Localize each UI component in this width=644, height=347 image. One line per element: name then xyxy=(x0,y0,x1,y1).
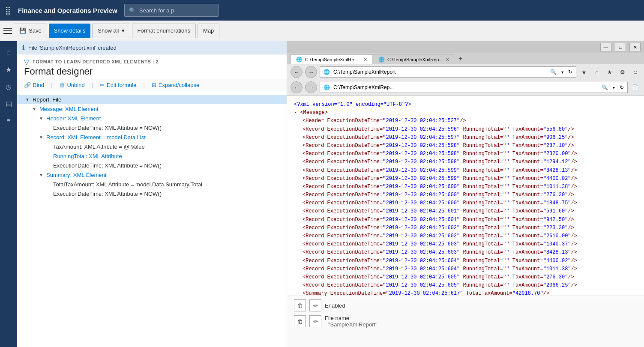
address-dropdown-icon-2[interactable]: ▾ xyxy=(613,85,615,90)
tree-node-report-file[interactable]: ▼ Report: File xyxy=(17,95,287,104)
info-icon: ℹ xyxy=(22,44,25,51)
browser-star-icon[interactable]: ★ xyxy=(579,67,589,77)
map-button[interactable]: Map xyxy=(198,24,219,38)
address-search-icon[interactable]: 🔍 xyxy=(550,69,557,75)
back-button-2[interactable]: ← xyxy=(291,81,303,93)
app-title: Finance and Operations Preview xyxy=(18,7,117,14)
unbind-button[interactable]: 🗑 Unbind xyxy=(59,82,84,88)
tab-2-close[interactable]: ✕ xyxy=(446,57,449,63)
tree-node-record[interactable]: ▼ Record: XML Element = model.Data.List xyxy=(17,132,287,142)
tab-2-title: C:\Temp\SampleXmlRep... xyxy=(387,57,443,62)
sidebar-history-icon[interactable]: ◷ xyxy=(1,79,16,94)
browser-tabs: 🌐 C:\Temp\SampleXmlReport ✕ 🌐 C:\Temp\Sa… xyxy=(287,53,644,64)
save-button[interactable]: 💾 Save xyxy=(14,24,47,38)
minimize-button[interactable]: — xyxy=(600,43,611,51)
filename-delete-button[interactable]: 🗑 xyxy=(294,315,306,327)
xml-record-14: <Record ExecutionDateTime="2019-12-30 02… xyxy=(294,232,637,240)
enabled-delete-button[interactable]: 🗑 xyxy=(294,299,306,311)
format-enumerations-button[interactable]: Format enumerations xyxy=(132,24,196,38)
browser-chrome: — □ ✕ 🌐 C:\Temp\SampleXmlReport ✕ 🌐 C:\T… xyxy=(287,41,644,96)
address-input-1[interactable]: 🌐 C:\Temp\SampleXmlReport 🔍 ▾ ↻ xyxy=(320,66,576,78)
search-icon: 🔍 xyxy=(129,7,136,14)
tree-node-label: Summary: XML Element xyxy=(46,172,106,178)
property-enabled-row: 🗑 ✏ Enabled xyxy=(294,299,637,311)
property-filename-row: 🗑 ✏ File name "SampleXmlReport" xyxy=(294,315,637,328)
right-panel: — □ ✕ 🌐 C:\Temp\SampleXmlReport ✕ 🌐 C:\T… xyxy=(287,41,644,347)
grid-icon[interactable]: ⣿ xyxy=(5,6,11,15)
new-tab-button[interactable]: + xyxy=(455,53,466,64)
xml-record-11: <Record ExecutionDateTime="2019-12-30 02… xyxy=(294,207,637,215)
browser-home-icon[interactable]: ⌂ xyxy=(592,67,602,77)
forward-button[interactable]: → xyxy=(305,66,317,78)
browser-tab-2[interactable]: 🌐 C:\Temp\SampleXmlRep... ✕ xyxy=(373,54,455,64)
ie-address-icon: 🌐 xyxy=(323,69,330,75)
ie-tab-icon: 🌐 xyxy=(296,57,303,63)
address-text-1: C:\Temp\SampleXmlReport xyxy=(333,69,547,75)
browser-favorites-icon[interactable]: ★ xyxy=(605,67,615,77)
browser-address-bar-1: ← → 🌐 C:\Temp\SampleXmlReport 🔍 ▾ ↻ ★ ⌂ … xyxy=(287,64,644,80)
tree-expand-spacer xyxy=(45,153,51,159)
tree-node-header[interactable]: ▼ Header: XML Element xyxy=(17,114,287,123)
edit-formula-button[interactable]: ✏ Edit formula xyxy=(100,82,136,88)
tree-node-label: Report: File xyxy=(33,96,61,103)
bottom-panel: 🗑 ✏ Enabled 🗑 ✏ File name "SampleXmlRepo… xyxy=(287,296,644,347)
tree-expand-spacer xyxy=(45,143,51,150)
xml-message-open: - <Message> xyxy=(294,109,637,117)
tree-node-execution-dt1[interactable]: ExecutionDateTime: XML Attribute = NOW() xyxy=(17,123,287,132)
browser-address-bar-2: ← → 🌐 C:\Temp\SampleXmlRep... 🔍 ▾ ↻ 📄 xyxy=(287,80,644,95)
expand-collapse-button[interactable]: ⊞ Expand/collapse xyxy=(152,82,199,88)
format-title: Format designer xyxy=(24,66,280,77)
xml-record-5: <Record ExecutionDateTime="2019-12-30 02… xyxy=(294,158,637,166)
tree-node-label: Record: XML Element = model.Data.List xyxy=(46,134,146,141)
filename-edit-button[interactable]: ✏ xyxy=(309,315,321,327)
refresh-icon[interactable]: ↻ xyxy=(568,69,572,75)
browser-settings-icon[interactable]: ⚙ xyxy=(617,67,628,77)
close-button[interactable]: ✕ xyxy=(629,43,641,51)
sidebar-list-icon[interactable]: ≡ xyxy=(1,113,16,129)
address-dropdown-icon[interactable]: ▾ xyxy=(561,70,563,75)
tree-node-taxamount[interactable]: TaxAmount: XML Attribute = @.Value xyxy=(17,142,287,151)
xml-content: <?xml version="1.0" encoding="UTF-8"?> -… xyxy=(287,96,644,296)
trash-icon: 🗑 xyxy=(59,82,65,88)
new-tab-star-icon[interactable]: 📄 xyxy=(630,82,641,93)
tree-node-totaltaxamount[interactable]: TotalTaxAmount: XML Attribute = model.Da… xyxy=(17,179,287,189)
tree-expand-icon: ▼ xyxy=(24,96,31,103)
xml-record-19: <Record ExecutionDateTime="2019-12-30 02… xyxy=(294,273,637,281)
search-box[interactable]: 🔍 Search for a p xyxy=(124,4,219,17)
sidebar-calendar-icon[interactable]: ▤ xyxy=(1,96,16,111)
maximize-button[interactable]: □ xyxy=(615,43,626,51)
sidebar-icons: ⌂ ★ ◷ ▤ ≡ xyxy=(0,41,17,347)
enabled-edit-button[interactable]: ✏ xyxy=(309,299,321,311)
address-input-2[interactable]: 🌐 C:\Temp\SampleXmlRep... 🔍 ▾ ↻ xyxy=(320,82,628,93)
filter-icon[interactable]: ▽ xyxy=(24,58,29,66)
sidebar-home-icon[interactable]: ⌂ xyxy=(1,45,16,60)
back-button[interactable]: ← xyxy=(291,66,303,78)
format-header: ▽ FORMAT TO LEARN DEFERRED XML ELEMENTS … xyxy=(17,54,287,79)
tree-node-runningtotal[interactable]: RunningTotal: XML Attribute xyxy=(17,151,287,161)
xml-record-20: <Record ExecutionDateTime="2019-12-30 02… xyxy=(294,281,637,290)
top-navigation: ⣿ Finance and Operations Preview 🔍 Searc… xyxy=(0,0,644,21)
bind-button[interactable]: 🔗 Bind xyxy=(24,82,44,88)
show-all-button[interactable]: Show all ▾ xyxy=(92,24,130,38)
tree-node-label: RunningTotal: XML Attribute xyxy=(53,153,122,159)
xml-record-9: <Record ExecutionDateTime="2019-12-30 02… xyxy=(294,191,637,199)
xml-record-18: <Record ExecutionDateTime="2019-12-30 02… xyxy=(294,265,637,273)
forward-button-2[interactable]: → xyxy=(305,81,317,93)
menu-hamburger-icon[interactable] xyxy=(3,28,12,34)
tree-node-execution-dt3[interactable]: ExecutionDateTime: XML Attribute = NOW() xyxy=(17,189,287,198)
tab-1-close[interactable]: ✕ xyxy=(363,57,367,63)
refresh-icon-2[interactable]: ↻ xyxy=(620,84,624,90)
show-details-button[interactable]: Show details xyxy=(49,24,91,38)
tab-1-title: C:\Temp\SampleXmlReport xyxy=(305,57,361,62)
xml-summary-line: <Summary ExecutionDateTime="2019-12-30 0… xyxy=(294,290,637,296)
xml-record-10: <Record ExecutionDateTime="2019-12-30 02… xyxy=(294,199,637,207)
browser-smiley-icon[interactable]: ☺ xyxy=(630,67,641,77)
browser-tab-1[interactable]: 🌐 C:\Temp\SampleXmlReport ✕ xyxy=(291,54,373,64)
tree-node-summary[interactable]: ▼ Summary: XML Element xyxy=(17,170,287,179)
address-search-icon-2[interactable]: 🔍 xyxy=(602,84,608,90)
bind-icon: 🔗 xyxy=(24,82,31,88)
xml-record-6: <Record ExecutionDateTime="2019-12-30 02… xyxy=(294,167,637,175)
tree-node-execution-dt2[interactable]: ExecutionDateTime: XML Attribute = NOW() xyxy=(17,161,287,170)
tree-node-message[interactable]: ▼ Message: XML Element xyxy=(17,104,287,114)
sidebar-star-icon[interactable]: ★ xyxy=(1,62,16,77)
